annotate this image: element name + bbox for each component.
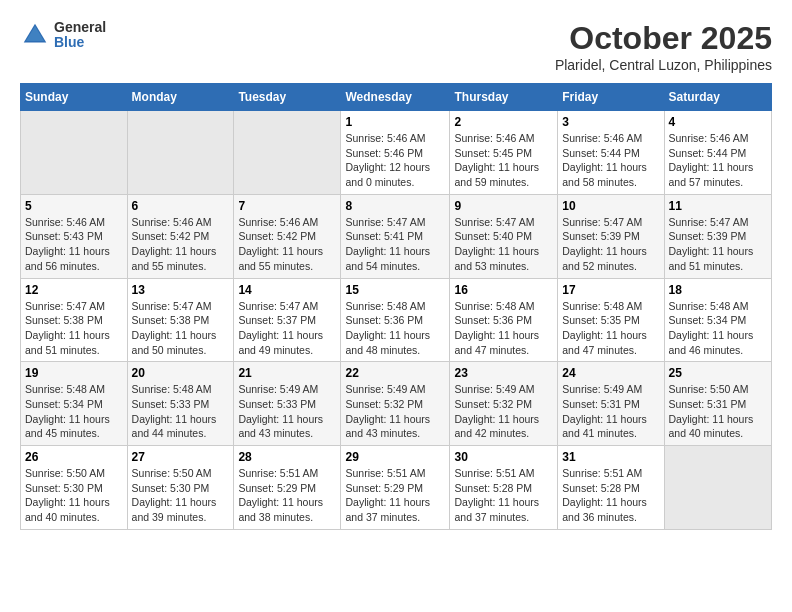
calendar-cell: 26Sunrise: 5:50 AM Sunset: 5:30 PM Dayli… — [21, 446, 128, 530]
column-header-sunday: Sunday — [21, 84, 128, 111]
calendar-cell: 5Sunrise: 5:46 AM Sunset: 5:43 PM Daylig… — [21, 194, 128, 278]
day-number: 20 — [132, 366, 230, 380]
calendar-cell: 16Sunrise: 5:48 AM Sunset: 5:36 PM Dayli… — [450, 278, 558, 362]
day-number: 30 — [454, 450, 553, 464]
day-info: Sunrise: 5:49 AM Sunset: 5:33 PM Dayligh… — [238, 382, 336, 441]
calendar-cell: 23Sunrise: 5:49 AM Sunset: 5:32 PM Dayli… — [450, 362, 558, 446]
calendar-cell: 4Sunrise: 5:46 AM Sunset: 5:44 PM Daylig… — [664, 111, 771, 195]
calendar-row-5: 26Sunrise: 5:50 AM Sunset: 5:30 PM Dayli… — [21, 446, 772, 530]
calendar-cell: 1Sunrise: 5:46 AM Sunset: 5:46 PM Daylig… — [341, 111, 450, 195]
day-info: Sunrise: 5:46 AM Sunset: 5:46 PM Dayligh… — [345, 131, 445, 190]
calendar-cell: 22Sunrise: 5:49 AM Sunset: 5:32 PM Dayli… — [341, 362, 450, 446]
day-number: 24 — [562, 366, 659, 380]
svg-marker-1 — [26, 26, 44, 41]
day-info: Sunrise: 5:49 AM Sunset: 5:32 PM Dayligh… — [454, 382, 553, 441]
day-info: Sunrise: 5:51 AM Sunset: 5:29 PM Dayligh… — [238, 466, 336, 525]
day-number: 18 — [669, 283, 767, 297]
day-info: Sunrise: 5:48 AM Sunset: 5:36 PM Dayligh… — [454, 299, 553, 358]
day-info: Sunrise: 5:51 AM Sunset: 5:28 PM Dayligh… — [454, 466, 553, 525]
calendar-cell: 18Sunrise: 5:48 AM Sunset: 5:34 PM Dayli… — [664, 278, 771, 362]
day-number: 19 — [25, 366, 123, 380]
location-subtitle: Plaridel, Central Luzon, Philippines — [555, 57, 772, 73]
calendar-cell: 31Sunrise: 5:51 AM Sunset: 5:28 PM Dayli… — [558, 446, 664, 530]
calendar-cell — [234, 111, 341, 195]
day-number: 17 — [562, 283, 659, 297]
title-block: October 2025 Plaridel, Central Luzon, Ph… — [555, 20, 772, 73]
day-info: Sunrise: 5:47 AM Sunset: 5:37 PM Dayligh… — [238, 299, 336, 358]
calendar-cell — [664, 446, 771, 530]
day-info: Sunrise: 5:48 AM Sunset: 5:35 PM Dayligh… — [562, 299, 659, 358]
column-header-tuesday: Tuesday — [234, 84, 341, 111]
day-number: 31 — [562, 450, 659, 464]
day-info: Sunrise: 5:47 AM Sunset: 5:39 PM Dayligh… — [562, 215, 659, 274]
day-number: 12 — [25, 283, 123, 297]
column-header-thursday: Thursday — [450, 84, 558, 111]
logo-icon — [20, 20, 50, 50]
day-number: 28 — [238, 450, 336, 464]
day-number: 21 — [238, 366, 336, 380]
day-info: Sunrise: 5:48 AM Sunset: 5:33 PM Dayligh… — [132, 382, 230, 441]
day-info: Sunrise: 5:46 AM Sunset: 5:44 PM Dayligh… — [562, 131, 659, 190]
day-number: 2 — [454, 115, 553, 129]
calendar-cell: 17Sunrise: 5:48 AM Sunset: 5:35 PM Dayli… — [558, 278, 664, 362]
logo-general-text: General — [54, 20, 106, 35]
day-info: Sunrise: 5:47 AM Sunset: 5:39 PM Dayligh… — [669, 215, 767, 274]
calendar-cell: 9Sunrise: 5:47 AM Sunset: 5:40 PM Daylig… — [450, 194, 558, 278]
day-info: Sunrise: 5:50 AM Sunset: 5:30 PM Dayligh… — [132, 466, 230, 525]
day-info: Sunrise: 5:49 AM Sunset: 5:31 PM Dayligh… — [562, 382, 659, 441]
calendar-cell: 6Sunrise: 5:46 AM Sunset: 5:42 PM Daylig… — [127, 194, 234, 278]
calendar-row-1: 1Sunrise: 5:46 AM Sunset: 5:46 PM Daylig… — [21, 111, 772, 195]
day-info: Sunrise: 5:46 AM Sunset: 5:45 PM Dayligh… — [454, 131, 553, 190]
day-info: Sunrise: 5:51 AM Sunset: 5:28 PM Dayligh… — [562, 466, 659, 525]
calendar-cell: 10Sunrise: 5:47 AM Sunset: 5:39 PM Dayli… — [558, 194, 664, 278]
calendar-cell: 30Sunrise: 5:51 AM Sunset: 5:28 PM Dayli… — [450, 446, 558, 530]
day-number: 23 — [454, 366, 553, 380]
day-info: Sunrise: 5:47 AM Sunset: 5:40 PM Dayligh… — [454, 215, 553, 274]
day-number: 26 — [25, 450, 123, 464]
header-row: SundayMondayTuesdayWednesdayThursdayFrid… — [21, 84, 772, 111]
calendar-cell: 21Sunrise: 5:49 AM Sunset: 5:33 PM Dayli… — [234, 362, 341, 446]
day-number: 13 — [132, 283, 230, 297]
calendar-cell: 3Sunrise: 5:46 AM Sunset: 5:44 PM Daylig… — [558, 111, 664, 195]
day-number: 7 — [238, 199, 336, 213]
day-info: Sunrise: 5:47 AM Sunset: 5:38 PM Dayligh… — [25, 299, 123, 358]
calendar-cell — [127, 111, 234, 195]
day-number: 9 — [454, 199, 553, 213]
day-number: 15 — [345, 283, 445, 297]
calendar-cell: 13Sunrise: 5:47 AM Sunset: 5:38 PM Dayli… — [127, 278, 234, 362]
column-header-friday: Friday — [558, 84, 664, 111]
calendar-cell: 12Sunrise: 5:47 AM Sunset: 5:38 PM Dayli… — [21, 278, 128, 362]
day-info: Sunrise: 5:46 AM Sunset: 5:44 PM Dayligh… — [669, 131, 767, 190]
calendar-cell: 11Sunrise: 5:47 AM Sunset: 5:39 PM Dayli… — [664, 194, 771, 278]
column-header-monday: Monday — [127, 84, 234, 111]
day-info: Sunrise: 5:51 AM Sunset: 5:29 PM Dayligh… — [345, 466, 445, 525]
page-header: General Blue October 2025 Plaridel, Cent… — [20, 20, 772, 73]
day-info: Sunrise: 5:50 AM Sunset: 5:30 PM Dayligh… — [25, 466, 123, 525]
day-number: 14 — [238, 283, 336, 297]
day-number: 5 — [25, 199, 123, 213]
calendar-cell: 8Sunrise: 5:47 AM Sunset: 5:41 PM Daylig… — [341, 194, 450, 278]
calendar-row-4: 19Sunrise: 5:48 AM Sunset: 5:34 PM Dayli… — [21, 362, 772, 446]
day-info: Sunrise: 5:46 AM Sunset: 5:42 PM Dayligh… — [132, 215, 230, 274]
logo-blue-text: Blue — [54, 35, 106, 50]
calendar-row-2: 5Sunrise: 5:46 AM Sunset: 5:43 PM Daylig… — [21, 194, 772, 278]
column-header-saturday: Saturday — [664, 84, 771, 111]
calendar-row-3: 12Sunrise: 5:47 AM Sunset: 5:38 PM Dayli… — [21, 278, 772, 362]
day-number: 16 — [454, 283, 553, 297]
day-info: Sunrise: 5:49 AM Sunset: 5:32 PM Dayligh… — [345, 382, 445, 441]
day-info: Sunrise: 5:50 AM Sunset: 5:31 PM Dayligh… — [669, 382, 767, 441]
calendar-cell — [21, 111, 128, 195]
day-number: 1 — [345, 115, 445, 129]
day-number: 6 — [132, 199, 230, 213]
day-info: Sunrise: 5:48 AM Sunset: 5:36 PM Dayligh… — [345, 299, 445, 358]
calendar-cell: 25Sunrise: 5:50 AM Sunset: 5:31 PM Dayli… — [664, 362, 771, 446]
calendar-cell: 27Sunrise: 5:50 AM Sunset: 5:30 PM Dayli… — [127, 446, 234, 530]
calendar-table: SundayMondayTuesdayWednesdayThursdayFrid… — [20, 83, 772, 530]
day-info: Sunrise: 5:46 AM Sunset: 5:42 PM Dayligh… — [238, 215, 336, 274]
day-number: 4 — [669, 115, 767, 129]
day-number: 22 — [345, 366, 445, 380]
day-number: 11 — [669, 199, 767, 213]
calendar-cell: 14Sunrise: 5:47 AM Sunset: 5:37 PM Dayli… — [234, 278, 341, 362]
day-info: Sunrise: 5:47 AM Sunset: 5:41 PM Dayligh… — [345, 215, 445, 274]
calendar-cell: 19Sunrise: 5:48 AM Sunset: 5:34 PM Dayli… — [21, 362, 128, 446]
